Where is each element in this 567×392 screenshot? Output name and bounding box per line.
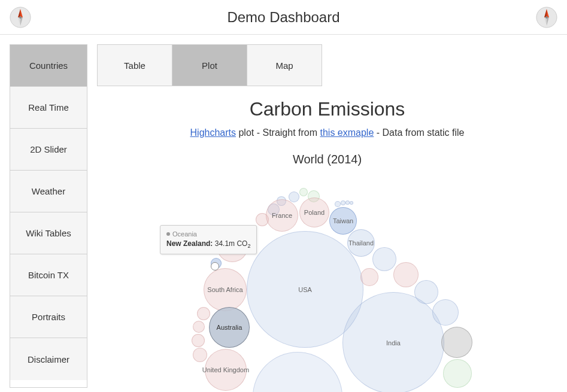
bubble-label: France bbox=[272, 212, 292, 219]
bubble-label: Thailand bbox=[348, 239, 374, 247]
bubble-label: USA bbox=[298, 286, 312, 293]
sidebar-item-label: Disclaimer bbox=[28, 354, 69, 364]
subtitle-text: plot - Straight from bbox=[236, 127, 320, 138]
bubble-small[interactable] bbox=[414, 280, 438, 304]
tab-table[interactable]: Table bbox=[98, 45, 172, 86]
bubble-small[interactable] bbox=[360, 268, 378, 286]
bubble-small[interactable] bbox=[350, 201, 353, 205]
sidebar-item-disclaimer[interactable]: Disclaimer bbox=[10, 338, 87, 380]
bubble-india[interactable]: India bbox=[342, 292, 444, 392]
sidebar-item-label: Weather bbox=[32, 186, 65, 196]
bubble-label: Poland bbox=[304, 209, 325, 216]
link-example[interactable]: this exmaple bbox=[320, 127, 374, 138]
bubble-label: South Africa bbox=[207, 286, 242, 293]
tooltip-main: New Zealand: 34.1m CO2 bbox=[166, 239, 250, 249]
bubble-small[interactable] bbox=[335, 201, 341, 207]
sidebar-item-label: Countries bbox=[29, 60, 68, 71]
bubble-small[interactable] bbox=[299, 188, 308, 196]
tab-plot[interactable]: Plot bbox=[172, 45, 247, 86]
tab-label: Plot bbox=[202, 60, 217, 71]
bubble-label: Australia bbox=[217, 324, 242, 331]
chart-context: World (2014) bbox=[97, 153, 557, 166]
main: Table Plot Map Carbon Emissions Highchar… bbox=[87, 44, 567, 388]
bubble-small[interactable] bbox=[193, 348, 207, 362]
bubble-southafrica[interactable]: South Africa bbox=[204, 268, 247, 311]
bubble-france[interactable]: France bbox=[266, 199, 298, 232]
bubble-label: India bbox=[386, 339, 401, 347]
bubble-small[interactable] bbox=[192, 334, 205, 347]
bubble-small[interactable] bbox=[289, 192, 299, 202]
bubble-uk[interactable]: United Kingdom bbox=[205, 349, 247, 391]
sidebar: Countries Real Time 2D Slider Weather Wi… bbox=[10, 44, 87, 388]
tab-map[interactable]: Map bbox=[247, 45, 322, 86]
bubble-small[interactable] bbox=[345, 200, 350, 205]
sidebar-item-wikitables[interactable]: Wiki Tables bbox=[10, 212, 87, 254]
body: Countries Real Time 2D Slider Weather Wi… bbox=[0, 35, 567, 388]
sidebar-item-bitcointx[interactable]: Bitcoin TX bbox=[10, 254, 87, 296]
sidebar-item-label: Bitcoin TX bbox=[28, 270, 69, 280]
sidebar-item-2dslider[interactable]: 2D Slider bbox=[10, 129, 87, 171]
bubble-small[interactable] bbox=[441, 327, 472, 358]
tooltip-country: New Zealand: bbox=[166, 239, 213, 248]
sidebar-item-label: 2D Slider bbox=[30, 144, 67, 154]
sidebar-item-realtime[interactable]: Real Time bbox=[10, 87, 87, 129]
compass-icon-right bbox=[536, 7, 557, 28]
tabs: Table Plot Map bbox=[97, 44, 322, 86]
compass-icon-left bbox=[10, 7, 31, 28]
bubble-label: United Kingdom bbox=[202, 366, 249, 373]
tooltip-value: 34.1m CO bbox=[215, 239, 248, 248]
tooltip-sub: 2 bbox=[247, 243, 250, 249]
sidebar-item-weather[interactable]: Weather bbox=[10, 171, 87, 212]
bubble-small[interactable] bbox=[393, 262, 419, 287]
sidebar-item-label: Real Time bbox=[28, 102, 69, 113]
sidebar-item-portraits[interactable]: Portraits bbox=[10, 296, 87, 338]
bubble-thailand[interactable]: Thailand bbox=[347, 229, 375, 257]
bubble-newzealand-highlight[interactable] bbox=[211, 262, 219, 271]
tab-label: Table bbox=[124, 60, 145, 71]
chart-area[interactable]: France Poland Taiwan Thailand Turkey Sou… bbox=[97, 172, 557, 388]
tooltip-dot-icon bbox=[166, 232, 170, 236]
header: Demo Dashboard bbox=[0, 0, 567, 35]
bubble-small[interactable] bbox=[341, 200, 345, 205]
bubble-poland[interactable]: Poland bbox=[299, 197, 329, 227]
bubble-small[interactable] bbox=[253, 352, 342, 392]
tooltip: Oceania New Zealand: 34.1m CO2 bbox=[160, 225, 257, 254]
bubble-australia[interactable]: Australia bbox=[209, 307, 250, 348]
page-title: Demo Dashboard bbox=[31, 9, 536, 26]
bubble-small[interactable] bbox=[443, 359, 472, 388]
tooltip-series: Oceania bbox=[166, 230, 250, 238]
link-highcharts[interactable]: Highcharts bbox=[190, 127, 236, 138]
bubble-taiwan[interactable]: Taiwan bbox=[329, 207, 357, 235]
svg-point-11 bbox=[545, 16, 548, 19]
bubble-small[interactable] bbox=[372, 247, 396, 271]
sidebar-item-countries[interactable]: Countries bbox=[10, 45, 87, 87]
svg-point-5 bbox=[19, 16, 22, 19]
chart-title: Carbon Emissions bbox=[97, 98, 557, 120]
chart-subtitle: Highcharts plot - Straight from this exm… bbox=[97, 127, 557, 138]
bubble-small[interactable] bbox=[432, 299, 459, 326]
bubble-small[interactable] bbox=[193, 321, 205, 333]
tooltip-series-label: Oceania bbox=[172, 230, 197, 238]
bubble-label: Taiwan bbox=[333, 217, 353, 224]
sidebar-item-label: Wiki Tables bbox=[26, 228, 71, 238]
tab-label: Map bbox=[275, 60, 293, 71]
subtitle-text: - Data from static file bbox=[374, 127, 464, 138]
bubble-small[interactable] bbox=[197, 307, 210, 320]
sidebar-item-label: Portraits bbox=[32, 312, 65, 322]
